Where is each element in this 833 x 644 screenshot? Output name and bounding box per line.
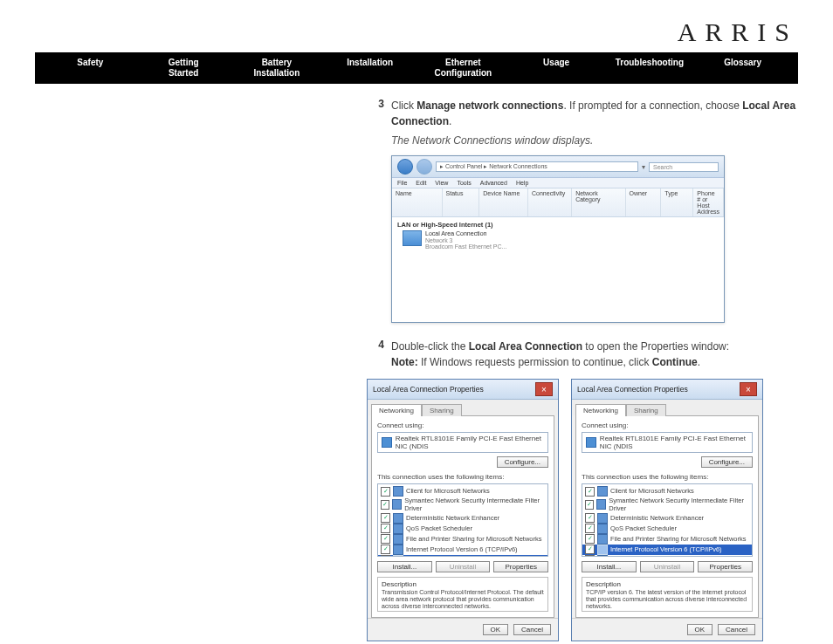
category-label: LAN or High-Speed Internet (1) — [397, 221, 719, 229]
nav-installation[interactable]: Installation — [323, 58, 416, 79]
properties-button[interactable]: Properties — [493, 561, 548, 572]
col-name[interactable]: Name — [392, 188, 443, 216]
properties-dialogs: Local Area Connection Properties × Netwo… — [367, 379, 798, 641]
dialog-tabs: Networking Sharing — [572, 400, 762, 415]
tab-networking[interactable]: Networking — [575, 404, 626, 416]
list-item-selected: ✓Internet Protocol Version 6 (TCP/IPv6) — [582, 545, 752, 555]
window-titlebar: ▸ Control Panel ▸ Network Connections ▾ … — [392, 156, 724, 178]
description-box: Description Transmission Control Protoco… — [377, 577, 548, 612]
menu-tools[interactable]: Tools — [457, 180, 471, 186]
nav-troubleshooting[interactable]: Troubleshooting — [603, 58, 697, 79]
nav-glossary[interactable]: Glossary — [696, 58, 789, 79]
install-button[interactable]: Install... — [377, 561, 432, 572]
ok-button[interactable]: OK — [483, 624, 509, 635]
nav-getting-started[interactable]: Getting Started — [137, 58, 231, 79]
step-text: Double-click the Local Area Connection t… — [391, 339, 798, 370]
step-4: 4 Double-click the Local Area Connection… — [367, 339, 798, 370]
connect-using-label: Connect using: — [582, 421, 753, 429]
step-text: Click Manage network connections. If pro… — [391, 98, 798, 129]
items-label: This connection uses the following items… — [582, 473, 753, 481]
properties-button[interactable]: Properties — [698, 561, 753, 572]
tab-sharing[interactable]: Sharing — [422, 404, 462, 416]
nav-safety[interactable]: Safety — [44, 58, 137, 79]
col-connectivity[interactable]: Connectivity — [528, 188, 572, 216]
col-type[interactable]: Type — [661, 188, 693, 216]
page-content: 3 Click Manage network connections. If p… — [367, 98, 798, 644]
dialog-titlebar: Local Area Connection Properties × — [368, 380, 558, 400]
configure-button[interactable]: Configure... — [701, 456, 753, 468]
list-item: ✓Internet Protocol Version 6 (TCP/IPv6) — [378, 545, 547, 555]
list-item: ✓Symantec Network Security Intermediate … — [378, 497, 547, 513]
tab-sharing[interactable]: Sharing — [626, 404, 666, 416]
uninstall-button[interactable]: Uninstall — [436, 561, 491, 572]
cancel-button[interactable]: Cancel — [513, 624, 551, 635]
nav-battery-installation[interactable]: Battery Installation — [231, 58, 324, 79]
menu-view[interactable]: View — [435, 180, 448, 186]
list-item: ✓Client for Microsoft Networks — [378, 486, 547, 497]
nic-field[interactable]: Realtek RTL8101E Family PCI-E Fast Ether… — [582, 432, 753, 453]
list-item: ✓File and Printer Sharing for Microsoft … — [378, 534, 547, 545]
window-menu: File Edit View Tools Advanced Help — [392, 178, 724, 188]
uninstall-button[interactable]: Uninstall — [640, 561, 695, 572]
dialog-titlebar: Local Area Connection Properties × — [572, 380, 762, 400]
close-icon[interactable]: × — [740, 382, 757, 396]
nav-ethernet-configuration[interactable]: Ethernet Configuration — [416, 58, 510, 79]
nav-usage[interactable]: Usage — [510, 58, 603, 79]
description-box: Description TCP/IP version 6. The latest… — [582, 577, 753, 612]
address-bar[interactable]: ▸ Control Panel ▸ Network Connections — [436, 161, 638, 172]
dialog-panel: Connect using: Realtek RTL8101E Family P… — [371, 415, 554, 618]
menu-advanced[interactable]: Advanced — [480, 180, 507, 186]
ok-button[interactable]: OK — [687, 624, 713, 635]
install-button[interactable]: Install... — [582, 561, 637, 572]
list-item: ✓Internet Protocol Version 4 (TCP/IPv4) — [582, 555, 752, 557]
step-3-caption: The Network Connections window displays. — [391, 134, 798, 147]
lan-properties-dialog-ipv4: Local Area Connection Properties × Netwo… — [367, 379, 559, 641]
list-item: ✓Symantec Network Security Intermediate … — [582, 497, 752, 513]
brand-logo: ARRIS — [35, 17, 798, 47]
nic-icon — [586, 437, 596, 448]
cancel-button[interactable]: Cancel — [718, 624, 755, 635]
list-item-selected: ✓Internet Protocol Version 4 (TCP/IPv4) — [378, 555, 547, 557]
items-list[interactable]: ✓Client for Microsoft Networks ✓Symantec… — [377, 483, 548, 557]
lan-properties-dialog-ipv6: Local Area Connection Properties × Netwo… — [571, 379, 763, 641]
step-number: 3 — [367, 98, 384, 129]
top-nav: Safety Getting Started Battery Installat… — [35, 52, 798, 84]
close-icon[interactable]: × — [535, 382, 553, 396]
list-item: ✓File and Printer Sharing for Microsoft … — [582, 534, 752, 545]
connect-using-label: Connect using: — [377, 421, 548, 429]
menu-help[interactable]: Help — [516, 180, 528, 186]
list-item: ✓QoS Packet Scheduler — [582, 524, 752, 534]
forward-icon[interactable] — [416, 159, 432, 175]
dialog-tabs: Networking Sharing — [368, 400, 558, 415]
column-headers: Name Status Device Name Connectivity Net… — [392, 188, 724, 217]
list-item: ✓Client for Microsoft Networks — [582, 486, 752, 497]
dialog-footer: OK Cancel — [572, 618, 762, 641]
menu-file[interactable]: File — [397, 180, 407, 186]
dialog-footer: OK Cancel — [368, 618, 558, 641]
network-connections-window: ▸ Control Panel ▸ Network Connections ▾ … — [391, 155, 725, 323]
search-field[interactable]: Search — [649, 162, 719, 172]
items-label: This connection uses the following items… — [377, 473, 548, 481]
lan-connection-item[interactable]: Local Area Connection Network 3 Broadcom… — [397, 230, 719, 250]
step-3: 3 Click Manage network connections. If p… — [367, 98, 798, 129]
step-number: 4 — [367, 339, 384, 370]
dialog-panel: Connect using: Realtek RTL8101E Family P… — [575, 415, 759, 618]
list-item: ✓QoS Packet Scheduler — [378, 524, 547, 534]
col-device[interactable]: Device Name — [479, 188, 528, 216]
network-adapter-icon — [403, 230, 422, 246]
tab-networking[interactable]: Networking — [371, 404, 422, 416]
col-owner[interactable]: Owner — [626, 188, 662, 216]
col-category[interactable]: Network Category — [572, 188, 625, 216]
items-list[interactable]: ✓Client for Microsoft Networks ✓Symantec… — [582, 483, 753, 557]
col-phone[interactable]: Phone # or Host Address — [693, 188, 724, 216]
nic-icon — [382, 437, 392, 448]
nic-field[interactable]: Realtek RTL8101E Family PCI-E Fast Ether… — [377, 432, 548, 453]
menu-edit[interactable]: Edit — [416, 180, 426, 186]
list-item: ✓Deterministic Network Enhancer — [582, 513, 752, 524]
list-item: ✓Deterministic Network Enhancer — [378, 513, 547, 524]
back-icon[interactable] — [397, 159, 413, 175]
window-body: LAN or High-Speed Internet (1) Local Are… — [392, 217, 724, 322]
col-status[interactable]: Status — [443, 188, 480, 216]
configure-button[interactable]: Configure... — [497, 456, 548, 468]
